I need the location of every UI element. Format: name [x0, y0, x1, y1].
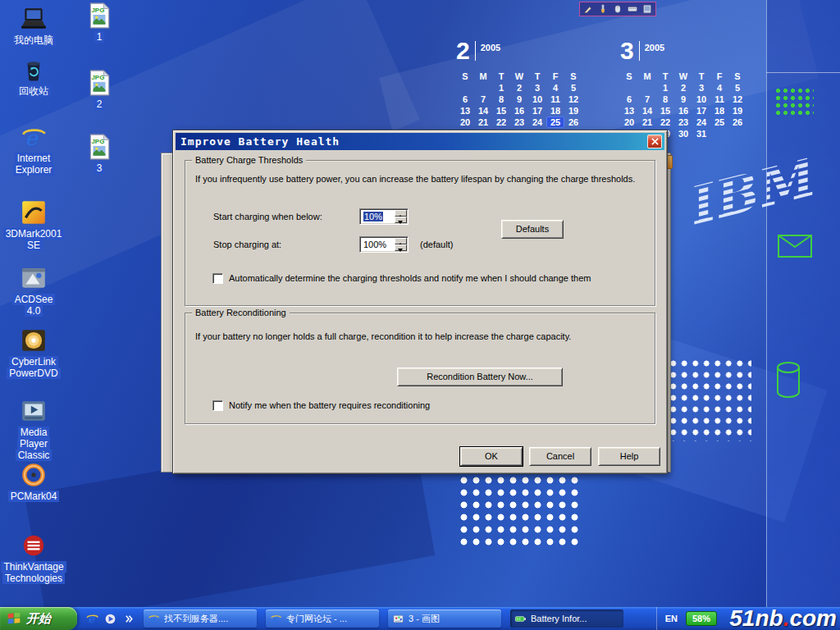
watermark-right: com [789, 605, 837, 630]
spin-up-button[interactable] [395, 210, 407, 217]
pcmark-icon [20, 461, 48, 489]
watermark-left: 51nb [729, 605, 783, 630]
taskbar-button-label: 3 - 画图 [409, 613, 440, 625]
battery-cylinder-icon [776, 361, 801, 402]
calendar-day-header: S [728, 71, 746, 82]
calendar-date: 21 [638, 116, 656, 128]
jpg-icon: JPG [85, 133, 113, 161]
desktop-icon-4[interactable]: 3DMark2001 SE [7, 199, 61, 251]
calendar-date: 19 [728, 105, 746, 116]
auto-determine-checkbox[interactable] [212, 273, 223, 284]
desktop-icon-3[interactable]: eInternet Explorer [7, 123, 61, 176]
ie-icon[interactable]: e [85, 612, 99, 626]
ok-button[interactable]: OK [460, 447, 523, 466]
cancel-button[interactable]: Cancel [529, 447, 591, 466]
battery-charge-thresholds-group: Battery Charge Thresholds If you infrequ… [185, 160, 655, 306]
svg-text:e: e [25, 126, 39, 150]
desktop-icon-2[interactable]: 回收站 [7, 56, 61, 97]
taskbar-button-label: Battery Infor... [531, 614, 587, 623]
desktop-icon-1[interactable]: 我的电脑 [7, 5, 61, 46]
tablet-icon[interactable] [641, 3, 653, 15]
calendar-date: 15 [492, 105, 510, 116]
close-button[interactable] [647, 135, 662, 148]
spin-up-button[interactable] [395, 238, 407, 244]
calendar-date: 17 [692, 105, 710, 116]
wallpaper-dot-grid [668, 358, 751, 441]
pen-input-toolbar[interactable] [579, 2, 656, 16]
media-icon[interactable] [103, 612, 117, 626]
keyboard-icon[interactable] [627, 3, 638, 15]
mouse-icon[interactable] [612, 3, 623, 15]
stop-charging-label: Stop charging at: [213, 240, 281, 249]
desktop-icon-label: 3 [94, 162, 105, 174]
desktop-jpg-file-2[interactable]: JPG2 [72, 69, 126, 110]
calendar-date: 14 [474, 105, 492, 116]
desktop-icon-6[interactable]: CyberLink PowerDVD [7, 326, 61, 379]
desktop: IBM 22005SMTWTFS123456789101112131415161… [0, 0, 840, 630]
taskbar-button-1[interactable]: e找不到服务器.... [144, 609, 257, 628]
taskbar-button-label: 找不到服务器.... [164, 613, 228, 625]
desktop-jpg-file-3[interactable]: JPG3 [72, 133, 126, 174]
calendar-date: 19 [564, 105, 582, 116]
defaults-button[interactable]: Defaults [501, 220, 564, 239]
start-button[interactable]: 开始 [0, 607, 77, 630]
calendar-date: 22 [492, 116, 510, 128]
taskbar-button-3[interactable]: 3 - 画图 [388, 609, 501, 628]
calendar-date: 25 [710, 116, 728, 128]
stop-threshold-spinner[interactable]: 100% [359, 236, 409, 253]
reconditioning-description: If your battery no longer holds a full c… [195, 331, 646, 341]
brush-icon[interactable] [597, 3, 609, 15]
spin-down-button[interactable] [395, 244, 407, 251]
desktop-icon-label: 2 [94, 98, 105, 110]
calendar-date [638, 82, 656, 94]
calendar-month-header: 22005 [456, 38, 582, 67]
calendar-date: 18 [546, 105, 564, 116]
calendar-date: 18 [710, 105, 728, 116]
desktop-jpg-file-1[interactable]: JPG1 [72, 2, 126, 43]
calendar-date: 11 [710, 94, 728, 105]
help-button[interactable]: Help [598, 447, 660, 466]
spin-down-button[interactable] [395, 217, 407, 223]
desktop-icon-9[interactable]: ThinkVantage Technologies [7, 532, 61, 584]
ie-icon: e [270, 613, 282, 625]
desktop-icon-label: CyberLink PowerDVD [7, 356, 61, 379]
wallpaper-divider-line [766, 72, 840, 73]
start-threshold-spinner[interactable]: 10% [359, 208, 409, 225]
calendar-date [728, 128, 746, 139]
calendar-month-2: 22005SMTWTFS1234567891011121314151617181… [456, 38, 582, 139]
calendar-date: 6 [456, 94, 474, 105]
start-threshold-value: 10% [360, 209, 394, 224]
wallpaper-green-grid [774, 87, 814, 118]
envelope-icon [778, 235, 812, 261]
calendar-day-header: S [620, 71, 638, 82]
calendar-date: 26 [564, 116, 582, 128]
desktop-icon-label: 1 [94, 31, 105, 43]
desktop-icon-7[interactable]: Media Player Classic [7, 397, 61, 461]
calendar-day-header: T [492, 71, 510, 82]
taskbar-button-4[interactable]: Battery Infor... [510, 609, 623, 628]
improve-battery-health-dialog: Improve Battery Health Battery Charge Th… [172, 130, 668, 474]
calendar-date: 13 [620, 105, 638, 116]
desktop-icon-8[interactable]: PCMark04 [7, 461, 61, 502]
svg-text:JPG: JPG [91, 138, 104, 145]
calendar-date: 5 [564, 82, 582, 94]
language-indicator[interactable]: EN [665, 614, 678, 623]
calendar-date: 15 [656, 105, 674, 116]
calendar-day-header: M [474, 71, 492, 82]
jpg-icon: JPG [85, 69, 113, 97]
calendar-date: 8 [656, 94, 674, 105]
calendar-date: 20 [456, 116, 474, 128]
taskbar-button-2[interactable]: e专门网论坛 - ... [266, 609, 379, 628]
dialog-titlebar[interactable]: Improve Battery Health [176, 133, 664, 150]
notify-checkbox[interactable] [212, 400, 223, 411]
calendar-date: 24 [528, 116, 546, 128]
auto-determine-label: Automatically determine the charging thr… [229, 273, 591, 283]
desktop-icon-label: 我的电脑 [11, 34, 56, 46]
desktop-icon-5[interactable]: ACDSee 4.0 [7, 264, 61, 317]
ie-icon: e [20, 123, 48, 151]
thinkvantage-icon [20, 532, 48, 559]
pen-icon[interactable] [582, 3, 594, 15]
chevron-icon[interactable] [121, 612, 135, 626]
battery-indicator[interactable]: 58% [686, 611, 717, 626]
recondition-battery-button[interactable]: Recondition Battery Now... [397, 368, 563, 386]
